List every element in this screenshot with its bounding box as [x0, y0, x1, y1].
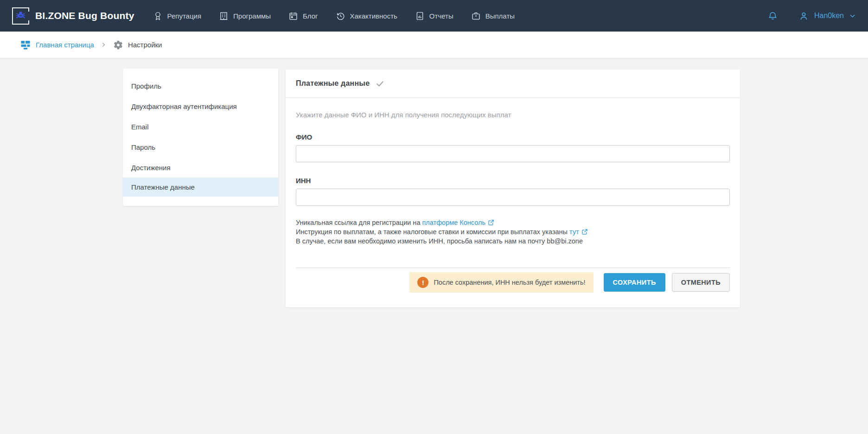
cancel-button[interactable]: ОТМЕНИТЬ	[672, 273, 730, 292]
external-link-icon[interactable]	[488, 219, 494, 226]
info-line-2-text: Инструкция по выплатам, а также налоговы…	[296, 228, 569, 236]
info-line-1: Уникальная ссылка для регистрации на пла…	[296, 218, 730, 227]
sidebar-item-payment-data[interactable]: Платежные данные	[123, 178, 278, 197]
sidebar-item-password[interactable]: Пароль	[123, 137, 278, 157]
nav-item-reports[interactable]: Отчеты	[415, 11, 453, 21]
panel-body: Укажите данные ФИО и ИНН для получения п…	[286, 111, 740, 305]
check-icon	[376, 79, 384, 88]
breadcrumb-current-label: Настройки	[128, 41, 162, 49]
dashboard-icon	[20, 39, 31, 51]
nav-item-programs[interactable]: Программы	[219, 11, 271, 21]
inn-warning: ! После сохранения, ИНН нельзя будет изм…	[409, 272, 593, 293]
nav-item-payouts[interactable]: Выплаты	[471, 11, 515, 21]
nav-item-label: Хакактивность	[350, 12, 397, 20]
sidebar-item-email[interactable]: Email	[123, 116, 278, 137]
bug-glyph	[15, 11, 26, 21]
logo-bracket-notch	[27, 12, 31, 20]
nav-item-label: Репутация	[167, 12, 201, 20]
external-link-icon[interactable]	[581, 229, 588, 235]
nav-item-hackactivity[interactable]: Хакактивность	[336, 11, 397, 21]
history-icon	[336, 11, 345, 21]
inn-input[interactable]	[296, 189, 730, 206]
settings-sidebar: Профиль Двухфакторная аутентификация Ema…	[123, 69, 278, 206]
info-line-2: Инструкция по выплатам, а также налоговы…	[296, 227, 730, 236]
payment-data-panel: Платежные данные Укажите данные ФИО и ИН…	[286, 70, 740, 307]
warning-text: После сохранения, ИНН нельзя будет измен…	[434, 279, 585, 286]
logo[interactable]: BI.ZONE Bug Bounty	[12, 7, 134, 25]
panel-footer: ! После сохранения, ИНН нельзя будет изм…	[296, 272, 730, 293]
building-icon	[219, 11, 229, 21]
nav-item-blog[interactable]: Блог	[288, 11, 318, 21]
notifications-button[interactable]	[767, 11, 778, 21]
panel-header: Платежные данные	[286, 70, 740, 98]
console-platform-link[interactable]: платформе Консоль	[422, 219, 485, 226]
inn-label: ИНН	[296, 177, 730, 185]
bell-icon	[767, 11, 778, 21]
breadcrumb: Главная страница Настройки	[0, 32, 868, 58]
sidebar-item-achievements[interactable]: Достижения	[123, 157, 278, 178]
calendar-icon	[288, 11, 298, 21]
main-nav: Репутация Программы Блог Хака	[153, 11, 515, 21]
breadcrumb-home[interactable]: Главная страница	[20, 39, 94, 51]
info-line-3: В случае, если вам необходимо изменить И…	[296, 236, 730, 246]
report-icon	[415, 11, 425, 21]
info-block: Уникальная ссылка для регистрации на пла…	[296, 218, 730, 246]
nav-item-label: Блог	[303, 12, 318, 20]
payout-instructions-link[interactable]: тут	[569, 228, 579, 236]
user-icon	[798, 11, 809, 21]
warning-icon: !	[417, 277, 428, 288]
save-button[interactable]: СОХРАНИТЬ	[604, 273, 665, 292]
sidebar-item-profile[interactable]: Профиль	[123, 76, 278, 96]
logo-text: BI.ZONE Bug Bounty	[35, 10, 134, 21]
fio-label: ФИО	[296, 133, 730, 141]
logo-bug-icon	[12, 7, 29, 25]
user-name: Han0ken	[814, 12, 844, 20]
top-navbar: BI.ZONE Bug Bounty Репутация Программы	[0, 0, 868, 32]
briefcase-icon	[471, 11, 481, 21]
panel-title: Платежные данные	[296, 79, 370, 88]
sidebar-item-2fa[interactable]: Двухфакторная аутентификация	[123, 96, 278, 116]
gear-icon	[113, 40, 123, 50]
medal-icon	[153, 11, 163, 21]
nav-item-label: Выплаты	[485, 12, 515, 20]
breadcrumb-separator-icon	[101, 42, 107, 48]
form-hint: Укажите данные ФИО и ИНН для получения п…	[296, 111, 730, 119]
navbar-right: Han0ken	[767, 11, 856, 21]
chevron-down-icon	[849, 13, 856, 19]
user-menu[interactable]: Han0ken	[798, 11, 856, 21]
nav-item-reputation[interactable]: Репутация	[153, 11, 201, 21]
breadcrumb-current: Настройки	[113, 40, 162, 50]
nav-item-label: Программы	[233, 12, 271, 20]
breadcrumb-home-link[interactable]: Главная страница	[36, 41, 94, 49]
info-line-1-text: Уникальная ссылка для регистрации на	[296, 219, 422, 226]
fio-input[interactable]	[296, 145, 730, 162]
footer-divider	[296, 268, 730, 268]
nav-item-label: Отчеты	[429, 12, 453, 20]
